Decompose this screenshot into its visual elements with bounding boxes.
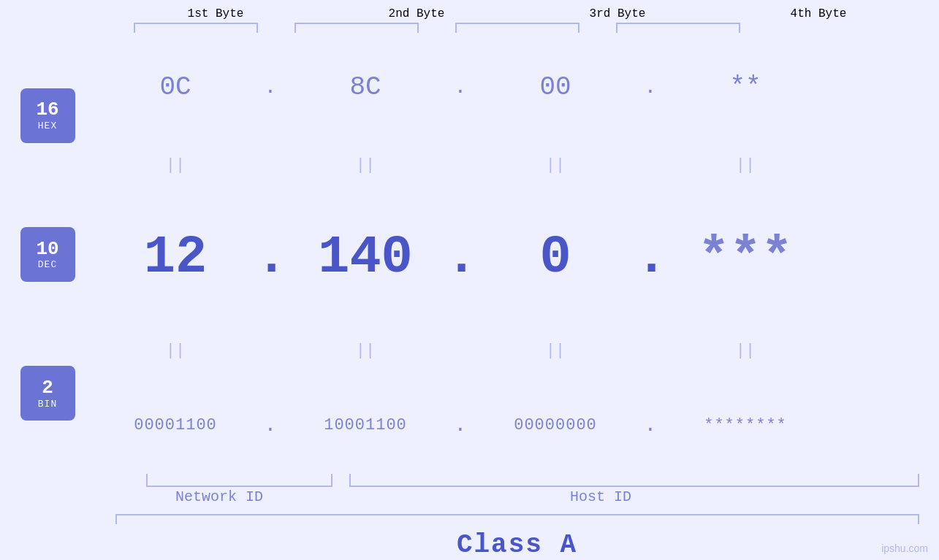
top-bracket-2 bbox=[276, 20, 437, 35]
byte-header-3: 3rd Byte bbox=[537, 7, 698, 20]
sep-dec-2: . bbox=[446, 228, 475, 288]
badges-column: 16 HEX 10 DEC 2 BIN bbox=[0, 39, 95, 470]
eq2-4: || bbox=[665, 342, 826, 360]
bin-val-3: 00000000 bbox=[514, 416, 597, 434]
badge-bin-label: BIN bbox=[38, 399, 57, 410]
main-container: 1st Byte 2nd Byte 3rd Byte 4th Byte 16 H… bbox=[0, 0, 939, 560]
top-brackets bbox=[115, 20, 919, 35]
badge-dec-num: 10 bbox=[36, 239, 58, 260]
top-bracket-1 bbox=[115, 20, 276, 35]
eq1-4: || bbox=[665, 156, 826, 174]
bin-val-1: 00001100 bbox=[134, 416, 217, 434]
bottom-brackets: Network ID Host ID bbox=[0, 474, 939, 503]
eq1-2: || bbox=[285, 156, 446, 174]
badge-bin: 2 BIN bbox=[20, 366, 75, 421]
sep-bin-2: . bbox=[446, 414, 475, 437]
sep-hex-1: . bbox=[256, 76, 285, 99]
dec-cell-2: 140 bbox=[285, 228, 446, 288]
eq1-3: || bbox=[475, 156, 636, 174]
equals-row-2: || || || || bbox=[95, 340, 939, 362]
byte-header-2: 2nd Byte bbox=[336, 7, 497, 20]
hex-cell-3: 00 bbox=[475, 72, 636, 102]
bin-val-4: ******** bbox=[704, 416, 787, 434]
hex-row: 0C . 8C . 00 . ** bbox=[95, 72, 939, 102]
dec-val-4: *** bbox=[698, 228, 793, 288]
class-bracket bbox=[115, 514, 919, 524]
byte-header-1: 1st Byte bbox=[135, 7, 296, 20]
bin-val-2: 10001100 bbox=[324, 416, 407, 434]
footer: ipshu.com bbox=[881, 542, 928, 554]
byte-label-4: 4th Byte bbox=[791, 7, 847, 20]
sep-dec-1: . bbox=[256, 228, 285, 288]
sep-bin-1: . bbox=[256, 414, 285, 437]
bin-cell-3: 00000000 bbox=[475, 416, 636, 434]
badge-dec: 10 DEC bbox=[20, 227, 75, 282]
main-area: 16 HEX 10 DEC 2 BIN 0C . 8C bbox=[0, 39, 939, 470]
hex-cell-1: 0C bbox=[95, 72, 256, 102]
host-id-label: Host ID bbox=[570, 488, 631, 505]
sep-hex-3: . bbox=[636, 76, 665, 99]
dec-val-1: 12 bbox=[144, 228, 207, 288]
eq1-1: || bbox=[95, 156, 256, 174]
bin-row: 00001100 . 10001100 . 00000000 . *******… bbox=[95, 414, 939, 437]
network-id-label: Network ID bbox=[175, 488, 263, 505]
hex-val-2: 8C bbox=[349, 72, 381, 102]
bin-cell-2: 10001100 bbox=[285, 416, 446, 434]
hex-cell-2: 8C bbox=[285, 72, 446, 102]
byte-label-2: 2nd Byte bbox=[389, 7, 445, 20]
equals-row-1: || || || || bbox=[95, 154, 939, 176]
host-bracket bbox=[349, 474, 919, 487]
badge-hex: 16 HEX bbox=[20, 88, 75, 143]
footer-text: ipshu.com bbox=[881, 542, 928, 554]
dec-cell-4: *** bbox=[665, 228, 826, 288]
sep-hex-2: . bbox=[446, 76, 475, 99]
eq2-1: || bbox=[95, 342, 256, 360]
eq2-2: || bbox=[285, 342, 446, 360]
hex-cell-4: ** bbox=[665, 72, 826, 102]
byte-header-4: 4th Byte bbox=[738, 7, 899, 20]
sep-bin-3: . bbox=[636, 414, 665, 437]
hex-val-1: 0C bbox=[159, 72, 191, 102]
sep-dec-3: . bbox=[636, 228, 665, 288]
badge-hex-num: 16 bbox=[36, 99, 58, 120]
top-bracket-4 bbox=[598, 20, 759, 35]
bin-cell-4: ******** bbox=[665, 416, 826, 434]
dec-val-3: 0 bbox=[539, 228, 571, 288]
byte-label-1: 1st Byte bbox=[188, 7, 244, 20]
byte-headers: 1st Byte 2nd Byte 3rd Byte 4th Byte bbox=[115, 7, 919, 20]
content-grid: 0C . 8C . 00 . ** || || bbox=[95, 39, 939, 470]
hex-val-4: ** bbox=[729, 72, 761, 102]
eq2-3: || bbox=[475, 342, 636, 360]
network-bracket bbox=[146, 474, 332, 487]
badge-bin-num: 2 bbox=[42, 377, 53, 399]
top-bracket-3 bbox=[437, 20, 598, 35]
badge-hex-label: HEX bbox=[38, 120, 57, 131]
hex-val-3: 00 bbox=[539, 72, 571, 102]
badge-dec-label: DEC bbox=[38, 259, 57, 270]
class-row: Class A bbox=[115, 514, 919, 560]
byte-label-3: 3rd Byte bbox=[590, 7, 646, 20]
dec-val-2: 140 bbox=[318, 228, 413, 288]
bin-cell-1: 00001100 bbox=[95, 416, 256, 434]
class-label: Class A bbox=[457, 530, 577, 560]
dec-row: 12 . 140 . 0 . *** bbox=[95, 228, 939, 288]
dec-cell-1: 12 bbox=[95, 228, 256, 288]
dec-cell-3: 0 bbox=[475, 228, 636, 288]
